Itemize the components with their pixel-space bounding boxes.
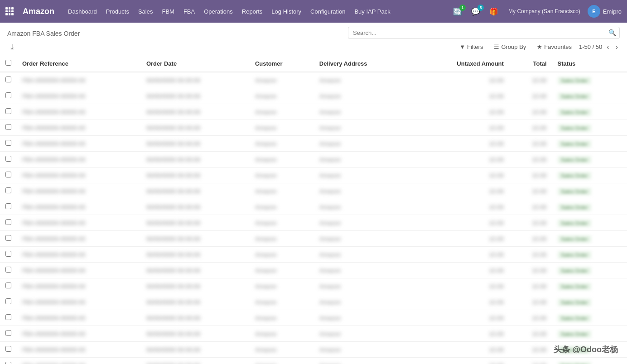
next-page-button[interactable]: › [614,42,620,52]
cell-total: 10.00 [509,183,552,199]
table-row[interactable]: FBA-0000000-00000-00 00/00/0000 00:00:00… [0,247,627,263]
row-select[interactable] [5,235,11,241]
col-order-date[interactable]: Order Date [141,55,250,72]
col-delivery-address[interactable]: Delivery Address [314,55,412,72]
favourites-button[interactable]: ★ Favourites [533,42,575,52]
col-total[interactable]: Total [509,55,552,72]
gift-icon[interactable]: 🎁 [487,5,501,18]
table-row[interactable]: FBA-0000000-00000-00 00/00/0000 00:00:00… [0,342,627,358]
row-select[interactable] [5,298,11,304]
group-by-button[interactable]: ☰ Group By [490,42,530,52]
row-checkbox[interactable] [0,88,17,104]
row-checkbox[interactable] [0,326,17,342]
row-select[interactable] [5,140,11,146]
download-button[interactable]: ⤓ [7,42,17,52]
row-select[interactable] [5,251,11,257]
nav-log-history[interactable]: Log History [267,5,306,18]
row-select[interactable] [5,330,11,336]
grid-icon[interactable] [5,7,14,15]
row-select[interactable] [5,92,11,98]
col-status[interactable]: Status [552,55,627,72]
row-select[interactable] [5,187,11,193]
row-checkbox[interactable] [0,104,17,120]
row-select[interactable] [5,267,11,273]
row-checkbox[interactable] [0,120,17,136]
nav-sales[interactable]: Sales [134,5,158,18]
nav-buy-iap[interactable]: Buy IAP Pack [350,5,395,18]
nav-fbm[interactable]: FBM [157,5,178,18]
nav-reports[interactable]: Reports [237,5,267,18]
table-row[interactable]: FBA-0000000-00000-00 00/00/0000 00:00:00… [0,72,627,88]
search-input[interactable] [348,27,620,39]
table-row[interactable]: FBA-0000000-00000-00 00/00/0000 00:00:00… [0,263,627,278]
row-checkbox[interactable] [0,278,17,294]
row-checkbox[interactable] [0,342,17,358]
row-checkbox[interactable] [0,215,17,231]
row-checkbox[interactable] [0,294,17,310]
col-order-reference[interactable]: Order Reference [17,55,141,72]
row-select[interactable] [5,203,11,209]
cell-total: 10.00 [509,199,552,215]
nav-operations[interactable]: Operations [199,5,237,18]
table-row[interactable]: FBA-0000000-00000-00 00/00/0000 00:00:00… [0,199,627,215]
row-select[interactable] [5,172,11,177]
select-all-input[interactable] [5,60,11,66]
user-menu[interactable]: E Emipro [588,5,622,18]
row-select[interactable] [5,77,11,82]
table-row[interactable]: FBA-0000000-00000-00 00/00/0000 00:00:00… [0,326,627,342]
brand-name[interactable]: Amazon [19,7,58,16]
table-row[interactable]: FBA-0000000-00000-00 00/00/0000 00:00:00… [0,88,627,104]
row-checkbox[interactable] [0,183,17,199]
nav-products[interactable]: Products [101,5,134,18]
nav-configuration[interactable]: Configuration [306,5,350,18]
row-checkbox[interactable] [0,247,17,263]
cell-status: Sales Order [552,247,627,263]
messages-button[interactable]: 💬 5 [468,5,483,18]
cell-order-ref: FBA-0000000-00000-00 [17,88,141,104]
nav-dashboard[interactable]: Dashboard [63,5,101,18]
row-checkbox[interactable] [0,310,17,326]
select-all-checkbox[interactable] [0,55,17,72]
row-select[interactable] [5,156,11,162]
notifications-button[interactable]: 🔄 1 [450,5,465,18]
row-select[interactable] [5,124,11,130]
table-row[interactable]: FBA-0000000-00000-00 00/00/0000 00:00:00… [0,294,627,310]
prev-page-button[interactable]: ‹ [605,42,611,52]
row-checkbox[interactable] [0,231,17,247]
row-checkbox[interactable] [0,152,17,168]
table-row[interactable]: FBA-0000000-00000-00 00/00/0000 00:00:00… [0,358,627,364]
row-select[interactable] [5,219,11,225]
row-select[interactable] [5,362,11,364]
cell-untaxed: 10.00 [412,104,509,120]
row-checkbox[interactable] [0,136,17,152]
cell-delivery: Amazon [314,152,412,168]
nav-fba[interactable]: FBA [179,5,199,18]
row-select[interactable] [5,314,11,320]
table-row[interactable]: FBA-0000000-00000-00 00/00/0000 00:00:00… [0,231,627,247]
row-select[interactable] [5,346,11,352]
row-checkbox[interactable] [0,358,17,364]
row-select[interactable] [5,108,11,114]
table-row[interactable]: FBA-0000000-00000-00 00/00/0000 00:00:00… [0,215,627,231]
cell-order-ref: FBA-0000000-00000-00 [17,104,141,120]
row-select[interactable] [5,283,11,288]
table-row[interactable]: FBA-0000000-00000-00 00/00/0000 00:00:00… [0,104,627,120]
table-row[interactable]: FBA-0000000-00000-00 00/00/0000 00:00:00… [0,310,627,326]
col-customer[interactable]: Customer [250,55,314,72]
cell-untaxed: 10.00 [412,136,509,152]
table-row[interactable]: FBA-0000000-00000-00 00/00/0000 00:00:00… [0,152,627,168]
row-checkbox[interactable] [0,263,17,278]
search-icon[interactable]: 🔍 [608,29,616,36]
row-checkbox[interactable] [0,199,17,215]
table-row[interactable]: FBA-0000000-00000-00 00/00/0000 00:00:00… [0,168,627,183]
table-row[interactable]: FBA-0000000-00000-00 00/00/0000 00:00:00… [0,136,627,152]
col-untaxed-amount[interactable]: Untaxed Amount [412,55,509,72]
row-checkbox[interactable] [0,168,17,183]
row-checkbox[interactable] [0,72,17,88]
cell-order-date: 00/00/0000 00:00:00 [141,183,250,199]
table-row[interactable]: FBA-0000000-00000-00 00/00/0000 00:00:00… [0,120,627,136]
filters-button[interactable]: ▼ Filters [456,42,487,52]
table-row[interactable]: FBA-0000000-00000-00 00/00/0000 00:00:00… [0,278,627,294]
table-row[interactable]: FBA-0000000-00000-00 00/00/0000 00:00:00… [0,183,627,199]
company-selector[interactable]: My Company (San Francisco) [505,6,584,16]
